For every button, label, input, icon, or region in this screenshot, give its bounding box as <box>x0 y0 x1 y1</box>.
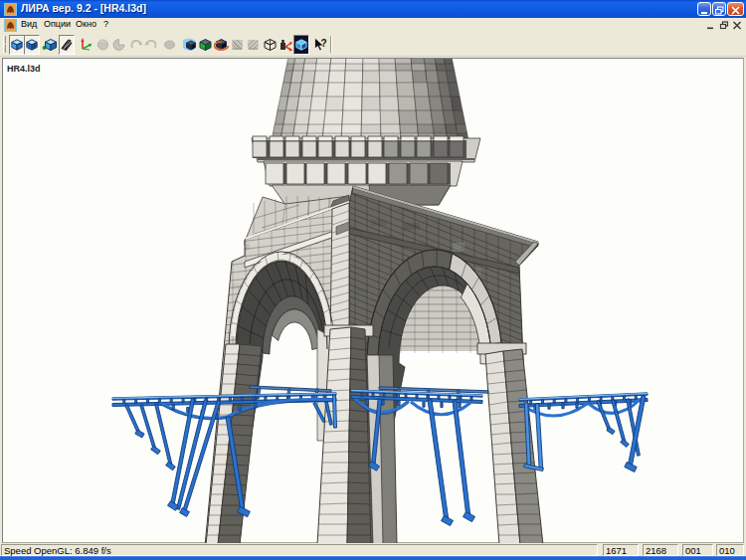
svg-text:?: ? <box>321 38 327 49</box>
